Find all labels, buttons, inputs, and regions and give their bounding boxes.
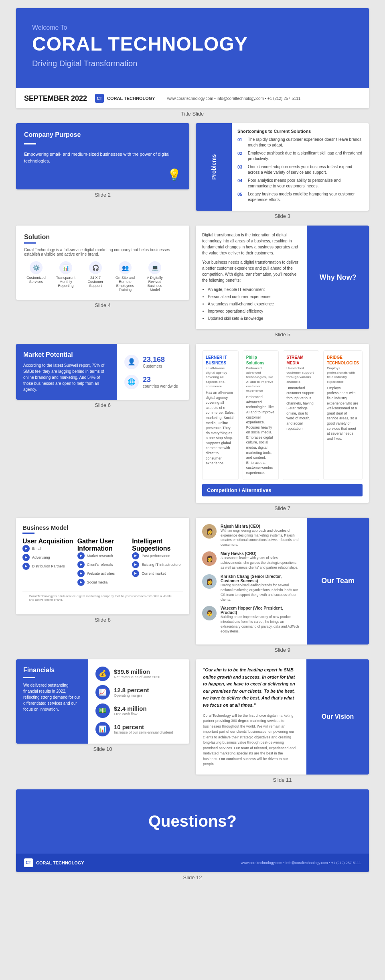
stat1-text: 23,168 Customers — [143, 356, 165, 368]
solution-icon-item: 💻A Digitally Revived Business Model — [143, 261, 167, 292]
slide2-left: Company Purpose Empowering small- and me… — [16, 123, 189, 189]
biz-col-header: Intelligent Suggestions — [132, 538, 183, 552]
slide6-right: 👤 23,168 Customers 🌐 23 countries worldw… — [117, 344, 189, 400]
fin-icon: 📈 — [95, 685, 110, 699]
stat1: 👤 23,168 Customers — [124, 355, 182, 369]
slide9-left: 👩 Rajesh Mishra (CEO) With an engineerin… — [196, 518, 307, 645]
solution-body: Coral Technology is a full-service digit… — [24, 248, 181, 256]
solution-icon-item: 📊Transparent Monthly Reporting — [54, 261, 78, 292]
member-desc: Having supervised leading brands for sev… — [221, 583, 300, 602]
solution-icon-item: 👥On-Site and Remote Employees Training — [113, 261, 137, 292]
comp-desc: Employs professionals with field industr… — [327, 386, 359, 441]
problem-num: 01 — [237, 137, 245, 148]
slide8-section: Business Model User Acquisition▶Email▶Ad… — [16, 518, 189, 657]
our-vision-title: Our Vision — [322, 713, 354, 720]
slide7-content: LERNER IT BUSINESSan all-in-one digital … — [196, 344, 369, 503]
problem-text: Legacy business models could be hamperin… — [248, 191, 363, 203]
problem-item: 03Omnichannel adoption needs your busine… — [237, 164, 363, 175]
footer-logo-icon: CT — [24, 858, 33, 867]
footer-contact: www.coraltechnology.com • info@coraltech… — [241, 861, 361, 865]
competitor-card: LERNER IT BUSINESSan all-in-one digital … — [202, 350, 239, 480]
fin-icon: 💰 — [95, 667, 110, 681]
slides-row-8-9: Business Model User Acquisition▶Email▶Ad… — [16, 518, 369, 659]
problem-item: 02Employee pushback due to a significant… — [237, 150, 363, 162]
solution-icon-item: 🎧24 X 7 Customer Support — [83, 261, 107, 292]
slide4-card: Solution Coral Technology is a full-serv… — [16, 226, 189, 300]
problem-item: 04Poor analytics means poor ability to p… — [237, 178, 363, 189]
coral-logo-icon: CT — [95, 94, 104, 103]
problem-item: 01The rapidly changing customer experien… — [237, 137, 363, 148]
icon-label: 24 X 7 Customer Support — [83, 276, 107, 288]
slide12-section: Questions? CT CORAL TECHNOLOGY www.coral… — [16, 789, 369, 884]
slide3-content: Problems Shortcomings to Current Solutio… — [196, 123, 369, 211]
slide10-label: Slide 10 — [93, 746, 112, 752]
market-potential-title: Market Potential — [23, 351, 110, 358]
biz-dot: ▶ — [22, 563, 30, 570]
slide1-hero: Welcome To CORAL TECHNOLOGY Driving Digi… — [16, 8, 369, 88]
biz-item-label: Existing IT infrastructure — [142, 563, 180, 567]
biz-item: ▶Social media — [77, 579, 128, 586]
team-member: 👩 Mary Hawks (CRO) A seasoned leader wit… — [202, 551, 300, 570]
biz-model-title: Business Model — [22, 524, 183, 531]
slide6-left: Market Potential According to the latest… — [16, 344, 117, 400]
biz-item: ▶Distribution Partners — [22, 563, 73, 570]
slide8-footer: Coral Technology is a full-service digit… — [22, 592, 183, 608]
footer-logo-name: CORAL TECHNOLOGY — [36, 860, 84, 865]
slide7-card: LERNER IT BUSINESSan all-in-one digital … — [196, 344, 369, 503]
team-info: Mary Hawks (CRO) A seasoned leader with … — [221, 551, 300, 570]
fin-desc: Operating margin — [114, 693, 149, 697]
avatar: 👩 — [202, 551, 217, 566]
slide3-section: Problems Shortcomings to Current Solutio… — [196, 123, 369, 223]
slide8-card: Business Model User Acquisition▶Email▶Ad… — [16, 518, 189, 614]
slide5-card: Digital transformation is the integratio… — [196, 226, 369, 329]
slide1-label: Title Slide — [181, 111, 204, 117]
biz-col-header: User Acquisition — [22, 538, 73, 545]
tech-icon: 💡 — [167, 168, 181, 181]
icon-label: On-Site and Remote Employees Training — [113, 276, 137, 292]
slide12-hero: Questions? — [16, 789, 369, 854]
slide10-right: 💰 $39.6 million Net revenue as of June 2… — [88, 659, 189, 744]
solution-title: Solution — [24, 234, 181, 241]
slide9-section: 👩 Rajesh Mishra (CEO) With an engineerin… — [196, 518, 369, 657]
comp-tagline: an all-in-one digital agency covering al… — [206, 366, 235, 388]
competitors-grid: LERNER IT BUSINESSan all-in-one digital … — [202, 350, 363, 480]
biz-item-label: Social media — [87, 580, 108, 584]
slide7-label: Slide 7 — [274, 505, 290, 511]
customers-icon: 👤 — [124, 355, 139, 369]
avatar: 👨 — [202, 606, 217, 620]
member-desc: A seasoned leader with years of sales ac… — [221, 556, 300, 570]
comp-tagline: Employs professionals with field industr… — [327, 366, 359, 384]
shortcomings-title: Shortcomings to Current Solutions — [237, 129, 363, 134]
divider-line — [24, 143, 36, 144]
fin-icon: 📊 — [95, 722, 110, 736]
slide6-label: Slide 6 — [95, 402, 111, 408]
benefit-item: Personalized customer experiences — [208, 294, 300, 300]
slide4-content: Solution Coral Technology is a full-serv… — [16, 226, 189, 300]
team-member: 👩 Khristin Chang (Senior Director, Custo… — [202, 574, 300, 602]
fin-amount: $2.4 million — [114, 705, 147, 712]
slide10-card: Financials We delivered outstanding fina… — [16, 659, 189, 744]
icon-circle: 👥 — [119, 261, 132, 274]
company-title: CORAL TECHNOLOGY — [32, 34, 353, 55]
biz-column: Intelligent Suggestions▶Past performance… — [132, 538, 183, 588]
slide10-left: Financials We delivered outstanding fina… — [16, 659, 88, 744]
competition-title: Competition / Alternatives — [202, 484, 363, 496]
comp-tagline: Embraced advanced technologies, like AI … — [246, 366, 276, 393]
avatar: 👩 — [202, 524, 217, 539]
problem-num: 03 — [237, 164, 245, 175]
comp-logo: BRIDGE TECHNOLOGIESEmploys professionals… — [327, 355, 359, 384]
biz-item-label: Market research — [87, 554, 113, 558]
slide7-section: LERNER IT BUSINESSan all-in-one digital … — [196, 344, 369, 515]
biz-dot: ▶ — [77, 552, 85, 559]
slide3-blue-panel: Problems — [196, 123, 232, 211]
fin-icon: 💵 — [95, 703, 110, 718]
comp-desc: Has an all-in-one digital agency coverin… — [206, 390, 235, 466]
member-name: Khristin Chang (Senior Director, Custome… — [221, 574, 300, 583]
biz-dot: ▶ — [77, 579, 85, 586]
slide2-content: Company Purpose Empowering small- and me… — [16, 123, 189, 189]
slides-row-4-5: Solution Coral Technology is a full-serv… — [16, 226, 369, 344]
icon-label: Transparent Monthly Reporting — [54, 276, 78, 288]
icon-label: Customized Services — [24, 276, 48, 284]
team-info: Rajesh Mishra (CEO) With an engineering … — [221, 524, 300, 548]
member-name: Rajesh Mishra (CEO) — [221, 524, 300, 529]
